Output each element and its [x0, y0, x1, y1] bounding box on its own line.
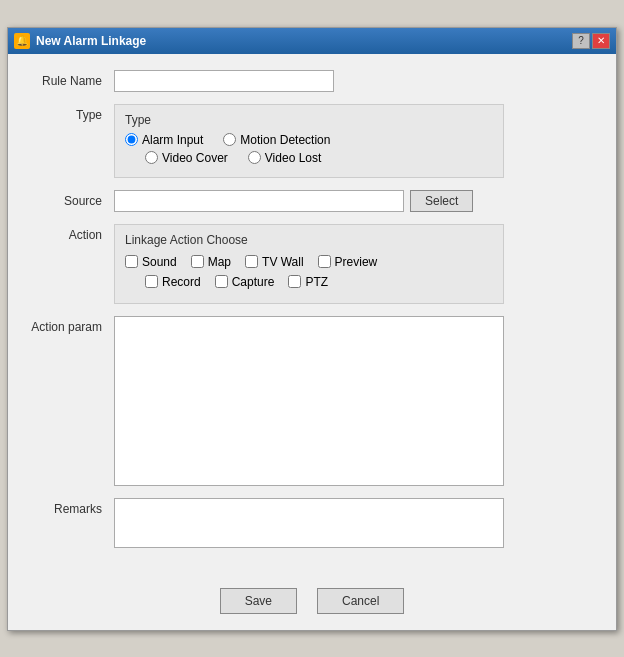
source-input-row: Select: [114, 190, 600, 212]
remarks-input-box[interactable]: [114, 498, 504, 548]
action-label: Action: [24, 224, 114, 242]
save-button[interactable]: Save: [220, 588, 297, 614]
radio-motion-detection-label: Motion Detection: [240, 133, 330, 147]
radio-alarm-input-input[interactable]: [125, 133, 138, 146]
type-row: Type Type Alarm Input Motion Detection: [24, 104, 600, 178]
type-box: Type Alarm Input Motion Detection: [114, 104, 504, 178]
alarm-icon: 🔔: [14, 33, 30, 49]
checkbox-preview-label: Preview: [335, 255, 378, 269]
select-button[interactable]: Select: [410, 190, 473, 212]
remarks-control: [114, 498, 600, 548]
type-row-2: Video Cover Video Lost: [125, 151, 493, 165]
dialog-footer: Save Cancel: [8, 576, 616, 630]
radio-motion-detection[interactable]: Motion Detection: [223, 133, 330, 147]
checkbox-preview[interactable]: Preview: [318, 255, 378, 269]
checkbox-tv-wall-label: TV Wall: [262, 255, 304, 269]
checkbox-record-label: Record: [162, 275, 201, 289]
checkbox-tv-wall[interactable]: TV Wall: [245, 255, 304, 269]
checkbox-ptz-input[interactable]: [288, 275, 301, 288]
radio-motion-detection-input[interactable]: [223, 133, 236, 146]
titlebar-buttons: ? ✕: [572, 33, 610, 49]
window-title: New Alarm Linkage: [36, 34, 146, 48]
close-button[interactable]: ✕: [592, 33, 610, 49]
action-param-label: Action param: [24, 316, 114, 334]
rule-name-input[interactable]: [114, 70, 334, 92]
checkbox-map-input[interactable]: [191, 255, 204, 268]
action-param-control: [114, 316, 600, 486]
rule-name-row: Rule Name: [24, 70, 600, 92]
action-row-1: Sound Map TV Wall Preview: [125, 255, 493, 269]
source-row: Source Select: [24, 190, 600, 212]
checkbox-record-input[interactable]: [145, 275, 158, 288]
checkbox-sound-label: Sound: [142, 255, 177, 269]
checkbox-record[interactable]: Record: [145, 275, 201, 289]
radio-alarm-input-label: Alarm Input: [142, 133, 203, 147]
type-control: Type Alarm Input Motion Detection: [114, 104, 600, 178]
help-button[interactable]: ?: [572, 33, 590, 49]
radio-video-cover-label: Video Cover: [162, 151, 228, 165]
radio-video-cover-input[interactable]: [145, 151, 158, 164]
titlebar: 🔔 New Alarm Linkage ? ✕: [8, 28, 616, 54]
checkbox-map[interactable]: Map: [191, 255, 231, 269]
checkbox-capture-input[interactable]: [215, 275, 228, 288]
action-param-row: Action param: [24, 316, 600, 486]
action-box: Linkage Action Choose Sound Map TV Wa: [114, 224, 504, 304]
radio-video-lost[interactable]: Video Lost: [248, 151, 322, 165]
action-control: Linkage Action Choose Sound Map TV Wa: [114, 224, 600, 304]
source-control: Select: [114, 190, 600, 212]
form-content: Rule Name Type Type Alarm Input: [8, 54, 616, 576]
type-box-title: Type: [125, 113, 493, 127]
rule-name-label: Rule Name: [24, 70, 114, 88]
dialog-window: 🔔 New Alarm Linkage ? ✕ Rule Name Type T…: [7, 27, 617, 631]
action-param-box: [114, 316, 504, 486]
cancel-button[interactable]: Cancel: [317, 588, 404, 614]
checkbox-sound[interactable]: Sound: [125, 255, 177, 269]
action-row-2: Record Capture PTZ: [145, 275, 493, 289]
radio-video-cover[interactable]: Video Cover: [145, 151, 228, 165]
radio-video-lost-input[interactable]: [248, 151, 261, 164]
radio-video-lost-label: Video Lost: [265, 151, 322, 165]
source-input[interactable]: [114, 190, 404, 212]
checkbox-sound-input[interactable]: [125, 255, 138, 268]
checkbox-capture-label: Capture: [232, 275, 275, 289]
action-row: Action Linkage Action Choose Sound Map: [24, 224, 600, 304]
radio-alarm-input[interactable]: Alarm Input: [125, 133, 203, 147]
checkbox-tv-wall-input[interactable]: [245, 255, 258, 268]
checkbox-ptz-label: PTZ: [305, 275, 328, 289]
source-label: Source: [24, 190, 114, 208]
remarks-row: Remarks: [24, 498, 600, 548]
type-label: Type: [24, 104, 114, 122]
rule-name-control: [114, 70, 600, 92]
checkbox-capture[interactable]: Capture: [215, 275, 275, 289]
action-box-title: Linkage Action Choose: [125, 233, 493, 247]
checkbox-preview-input[interactable]: [318, 255, 331, 268]
titlebar-left: 🔔 New Alarm Linkage: [14, 33, 146, 49]
type-row-1: Alarm Input Motion Detection: [125, 133, 493, 147]
remarks-label: Remarks: [24, 498, 114, 516]
checkbox-ptz[interactable]: PTZ: [288, 275, 328, 289]
checkbox-map-label: Map: [208, 255, 231, 269]
